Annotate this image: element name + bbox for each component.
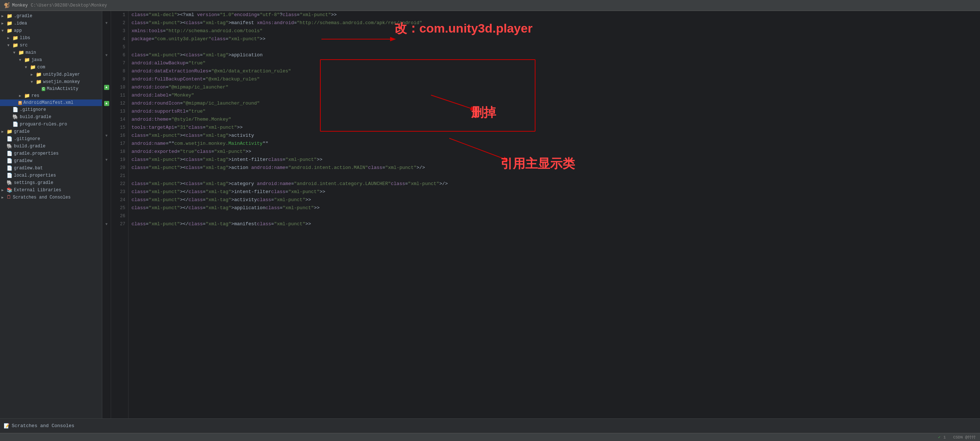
scratches-icon: 📝 [4,423,10,429]
tree-item-androidmanifest[interactable]: MAndroidManifest.xml [0,99,102,106]
line-num-18: 18 [117,148,125,156]
tree-label-scratches: Scratches and Consoles [13,195,70,200]
tree-icon-libs: 📁 [13,35,18,41]
tree-icon-unity3d-player: 📁 [36,72,41,78]
tree-icon-gradlew: 📄 [6,158,13,164]
tree-item-gradlew-bat[interactable]: 📄gradlew.bat [0,165,102,172]
tree-item-gradlew[interactable]: 📄gradlew [0,157,102,165]
line-num-27: 27 [117,220,125,228]
tree-arrow-com: ▼ [25,66,30,69]
gutter-row-10: ▲ [102,83,111,91]
gutter-row-17 [102,140,111,148]
tree-item-settings-gradle[interactable]: 🐘settings.gradle [0,179,102,187]
gutter-row-2: ▼ [102,19,111,27]
tree-icon-wsetjin-monkey: 📁 [36,79,41,85]
gutter-row-12: ▲ [102,99,111,107]
gutter-row-18 [102,148,111,156]
tree-arrow-gradle-root: ▶ [2,129,6,134]
gutter-row-11 [102,91,111,99]
tree-item-main[interactable]: ▼📁main [0,49,102,56]
code-line-3: xmlns:tools="http://schemas.android.com/… [132,27,977,35]
line-num-2: 2 [117,19,125,27]
tree-item-gradle-properties[interactable]: 📄gradle.properties [0,150,102,157]
tree-item-mainactivity[interactable]: CMainActivity [0,86,102,92]
tree-label-unity3d-player: unity3d.player [43,72,80,77]
tree-arrow-src: ▼ [7,43,13,48]
editor-area: ▼▼▲▲▼▼▼ 12345678910111213141516171819202… [102,11,980,418]
code-line-2: class="xml-punct"><class="xml-tag">manif… [132,19,977,27]
tree-label-main: main [25,50,36,55]
tree-icon-settings-gradle: 🐘 [6,180,13,186]
gutter-row-16: ▼ [102,132,111,140]
tree-item-gradle[interactable]: ▶📁.gradle [0,13,102,20]
tree-item-scratches[interactable]: ▶🗒Scratches and Consoles [0,194,102,201]
gutter-row-8 [102,67,111,75]
tree-arrow-external-libraries: ▶ [2,188,6,192]
tree-item-app[interactable]: ▼📁app [0,27,102,34]
tree-item-build-gradle-root[interactable]: 🐘build.gradle [0,142,102,150]
tree-label-androidmanifest: AndroidManifest.xml [23,100,73,105]
code-line-12: android:roundIcon="@mipmap/ic_launcher_r… [132,99,977,107]
tree-item-gradle-root[interactable]: ▶📁gradle [0,128,102,135]
gutter-row-7 [102,59,111,67]
tree-icon-external-libraries: 📚 [6,187,13,193]
tree-label-gradle-properties: gradle.properties [14,151,59,156]
tree-icon-gradle-properties: 📄 [6,151,13,157]
gutter-row-14 [102,115,111,124]
title-text: Monkey [12,3,28,8]
line-num-25: 25 [117,204,125,212]
tree-item-build-gradle-app[interactable]: 🐘build.gradle [0,113,102,121]
project-tree: ▶📁.gradle▶📁.idea▼📁app▶📁libs▼📁src▼📁main▼📁… [0,11,102,418]
code-line-27: class="xml-punct"></class="xml-tag">mani… [132,220,977,228]
tree-item-libs[interactable]: ▶📁libs [0,34,102,42]
tree-arrow-wsetjin-monkey: ▼ [31,80,36,84]
tree-item-gitignore-app[interactable]: 📄.gitignore [0,106,102,113]
tree-label-wsetjin-monkey: wsetjin.monkey [43,79,80,85]
tree-item-idea[interactable]: ▶📁.idea [0,20,102,27]
tree-arrow-unity3d-player: ▶ [31,72,36,77]
status-bar: ✓ 1 CSDN @付付 [0,433,980,441]
tree-label-com: com [37,65,45,70]
tree-item-gitignore-root[interactable]: 📄.gitignore [0,135,102,142]
code-line-13: android:supportsRtl="true" [132,107,977,115]
code-line-26 [132,212,977,220]
tree-item-com[interactable]: ▼📁com [0,64,102,71]
gutter-row-24 [102,196,111,204]
line-num-1: 1 [117,11,125,19]
tree-item-local-properties[interactable]: 📄local.properties [0,172,102,179]
tree-label-gitignore-root: .gitignore [14,136,40,142]
tree-item-proguard[interactable]: 📄proguard-rules.pro [0,121,102,128]
tree-item-unity3d-player[interactable]: ▶📁unity3d.player [0,71,102,78]
tree-icon-mainactivity: C [41,87,45,91]
code-line-22: class="xml-punct"><class="xml-tag">categ… [132,180,977,188]
title-icon: 🐒 [4,2,10,8]
tree-item-wsetjin-monkey[interactable]: ▼📁wsetjin.monkey [0,78,102,86]
tree-label-gradle-root: gradle [14,129,30,134]
tree-item-src[interactable]: ▼📁src [0,42,102,49]
gutter-row-4 [102,35,111,43]
line-num-17: 17 [117,140,125,148]
tree-icon-gitignore-app: 📄 [13,107,18,113]
tree-item-res[interactable]: ▶📁res [0,92,102,99]
line-num-22: 22 [117,180,125,188]
line-num-24: 24 [117,196,125,204]
code-line-1: class="xml-decl"><?xml version="1.0" enc… [132,11,977,19]
tree-label-local-properties: local.properties [14,173,56,178]
tree-icon-androidmanifest: M [18,101,22,105]
title-path: C:\Users\98288\Desktop\Monkey [31,3,107,8]
tree-arrow-java: ▼ [19,58,24,62]
gutter-row-26 [102,212,111,220]
watermark: CSDN @付付 [953,435,975,440]
tree-item-java[interactable]: ▼📁java [0,56,102,64]
tree-icon-gradlew-bat: 📄 [6,165,13,171]
tree-label-mainactivity: MainActivity [47,86,78,91]
tree-icon-idea: 📁 [6,21,13,26]
tree-item-external-libraries[interactable]: ▶📚External Libraries [0,187,102,194]
line-num-9: 9 [117,75,125,83]
line-num-26: 26 [117,212,125,220]
line-num-4: 4 [117,35,125,43]
scratches-panel[interactable]: 📝 Scratches and Consoles [0,418,980,433]
code-line-14: android:theme="@style/Theme.Monkey" [132,115,977,124]
tree-icon-build-gradle-root: 🐘 [6,143,13,149]
tree-icon-java: 📁 [24,57,30,63]
